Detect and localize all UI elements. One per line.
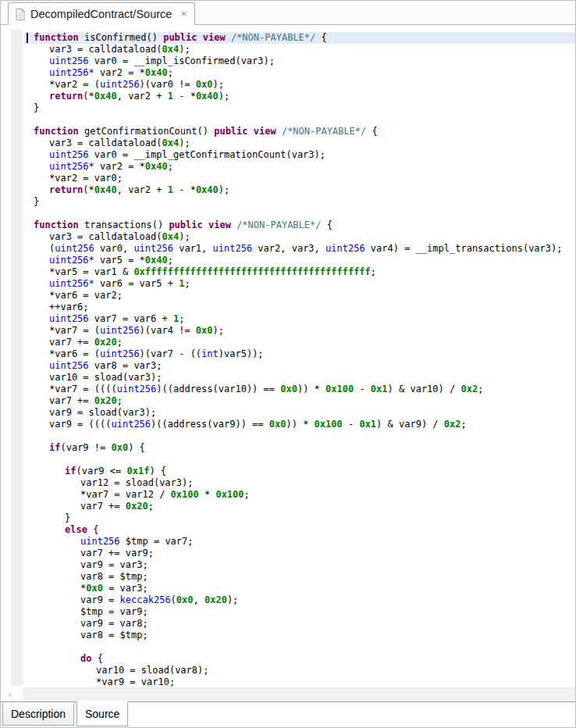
code-line[interactable]: *var2 = var0; <box>24 173 575 184</box>
code-line[interactable]: var10 = sload(var8); <box>24 665 575 676</box>
code-token: uint256* <box>49 161 94 172</box>
code-line[interactable]: $tmp = var9; <box>24 606 575 618</box>
code-token: var7 = var6 + <box>89 313 173 324</box>
code-line[interactable]: function getConfirmationCount() public v… <box>24 126 575 137</box>
code-token: 0x40 <box>94 184 117 195</box>
code-token: )(var4 != <box>140 325 196 336</box>
code-token: )(var0 != <box>140 79 196 90</box>
code-line[interactable] <box>24 114 575 126</box>
code-line[interactable]: *0x0 = var3; <box>24 583 575 594</box>
code-token: ; <box>244 489 250 500</box>
code-line[interactable]: if(var9 != 0x0) { <box>24 442 575 454</box>
code-line[interactable]: var9 = sload(var3); <box>24 407 575 419</box>
code-token: (var9 != <box>60 442 111 453</box>
code-line[interactable]: uint256 $tmp = var7; <box>24 536 575 548</box>
tab-description[interactable]: Description <box>2 703 74 726</box>
code-token: ; <box>371 266 376 277</box>
code-line[interactable]: uint256 var7 = var6 + 1; <box>24 313 575 325</box>
code-token: ; <box>184 278 190 289</box>
code-token: (var9 <= <box>76 466 126 476</box>
code-line[interactable]: (uint256 var0, uint256 var1, uint256 var… <box>24 243 575 255</box>
code-line[interactable]: var12 = sload(var3); <box>24 477 575 489</box>
code-line[interactable]: var9 = keccak256(0x0, 0x20); <box>24 594 575 606</box>
code-line[interactable]: else { <box>24 524 575 536</box>
code-token: )((address(var9)) == <box>151 419 269 430</box>
scrollbar-track[interactable] <box>23 687 575 701</box>
code-token: uint256 <box>80 536 120 547</box>
code-line[interactable]: uint256* var5 = *0x40; <box>24 255 575 266</box>
code-line[interactable]: *var7 = ((((uint256)((address(var10)) ==… <box>24 384 575 395</box>
code-line[interactable]: } <box>24 102 575 114</box>
code-line[interactable]: var7 += 0x20; <box>24 501 575 512</box>
horizontal-scrollbar[interactable]: ‹ <box>1 687 575 701</box>
code-area[interactable]: function isConfirmed() public view /*NON… <box>24 32 575 687</box>
code-line[interactable]: var8 = $tmp; <box>24 630 575 641</box>
code-line[interactable]: var9 = var3; <box>24 559 575 571</box>
code-line[interactable]: uint256* var6 = var5 + 1; <box>24 278 575 290</box>
code-line[interactable]: *var7 = (uint256)(var4 != 0x0); <box>24 325 575 337</box>
code-token: var8 = $tmp; <box>80 630 148 641</box>
code-line[interactable]: if(var9 <= 0x1f) { <box>24 466 575 477</box>
code-line[interactable]: var9 = var8; <box>24 618 575 630</box>
code-line[interactable]: *var7 = var12 / 0x100 * 0x100; <box>24 489 575 501</box>
code-token: isConfirmed() <box>79 32 163 43</box>
code-line[interactable]: } <box>24 196 575 208</box>
code-line[interactable]: uint256* var2 = *0x40; <box>24 67 575 79</box>
code-line[interactable]: var3 = calldataload(0x4); <box>24 137 575 149</box>
code-line[interactable]: function transactions() public view /*NO… <box>24 219 575 231</box>
code-line[interactable]: *var6 = (uint256)(var7 - ((int)var5)); <box>24 348 575 360</box>
code-line[interactable]: return(*0x40, var2 + 1 - *0x40); <box>24 184 575 196</box>
code-token: uint256 <box>100 348 140 359</box>
code-token: - <box>354 384 371 394</box>
code-token: public <box>163 32 197 43</box>
code-token: )) * <box>286 419 314 430</box>
code-line[interactable] <box>24 454 575 466</box>
code-line[interactable]: uint256 var0 = __impl_isConfirmed(var3); <box>24 55 575 67</box>
editor-tab-decompiled-contract-source[interactable]: DecompiledContract/Source ✕ <box>8 2 195 25</box>
code-line[interactable]: var8 = $tmp; <box>24 571 575 583</box>
code-token: 0x0 <box>196 79 213 90</box>
code-token: 0x100 <box>325 384 354 394</box>
code-line[interactable]: uint256* var2 = *0x40; <box>24 161 575 173</box>
code-token: 0x1 <box>371 384 388 394</box>
code-line[interactable]: *var2 = (uint256)(var0 != 0x0); <box>24 79 575 91</box>
code-line[interactable]: } <box>24 512 575 524</box>
code-token: var8 = $tmp; <box>80 571 148 582</box>
code-token: var9 = sload(var3); <box>49 407 156 418</box>
code-line[interactable]: function isConfirmed() public view /*NON… <box>24 32 575 44</box>
code-token: uint256 <box>133 243 173 254</box>
code-token: ); <box>213 79 224 90</box>
annotation-ruler[interactable] <box>11 29 23 686</box>
code-line[interactable] <box>24 641 575 653</box>
code-line[interactable]: var3 = calldataload(0x4); <box>24 231 575 243</box>
code-token: public <box>214 126 247 137</box>
code-line[interactable]: return(*0x40, var2 + 1 - *0x40); <box>24 91 575 102</box>
code-line[interactable] <box>24 430 575 442</box>
scroll-left-icon[interactable]: ‹ <box>5 690 15 699</box>
code-line[interactable]: ++var6; <box>24 302 575 313</box>
code-line[interactable]: var9 = ((((uint256)((address(var9)) == 0… <box>24 419 575 430</box>
code-line[interactable]: *var9 = var10; <box>24 676 575 687</box>
code-line[interactable]: var7 += 0x20; <box>24 395 575 407</box>
code-token: view <box>208 219 231 230</box>
code-token: ); <box>227 594 238 605</box>
code-token: /*NON-PAYABLE*/ <box>231 32 315 43</box>
code-token: var2 = * <box>94 161 145 172</box>
code-line[interactable]: uint256 var8 = var3; <box>24 360 575 372</box>
code-token: var12 = sload(var3); <box>80 477 194 488</box>
code-token: * <box>199 489 216 500</box>
code-token: ) & var9) / <box>376 419 444 430</box>
code-line[interactable]: *var6 = var2; <box>24 290 575 302</box>
tab-source[interactable]: Source <box>76 701 128 726</box>
code-line[interactable]: var7 += 0x20; <box>24 337 575 348</box>
code-token: ( <box>171 594 176 605</box>
code-line[interactable]: var7 += var9; <box>24 548 575 559</box>
close-icon[interactable]: ✕ <box>180 10 187 18</box>
code-line[interactable] <box>24 208 575 219</box>
code-line[interactable]: do { <box>24 653 575 665</box>
code-line[interactable]: var3 = calldataload(0x4); <box>24 44 575 55</box>
code-token: var3 = calldataload( <box>49 137 162 148</box>
code-line[interactable]: uint256 var0 = __impl_getConfirmationCou… <box>24 149 575 161</box>
code-line[interactable]: var10 = sload(var3); <box>24 372 575 384</box>
code-line[interactable]: *var5 = var1 & 0xfffffffffffffffffffffff… <box>24 266 575 278</box>
